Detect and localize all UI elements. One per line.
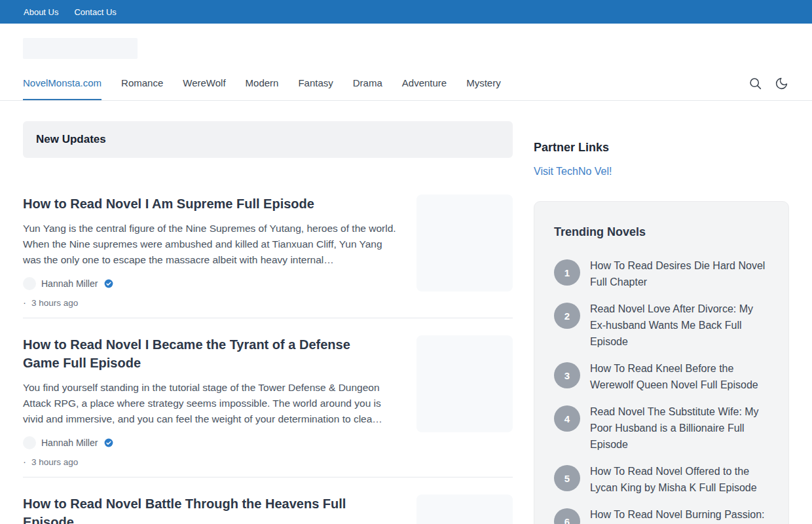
trending-item-title: Read Novel Love After Divorce: My Ex-hus… xyxy=(590,301,769,350)
trending-item[interactable]: 1 How To Read Desires Die Hard Novel Ful… xyxy=(554,257,769,290)
author-avatar xyxy=(23,436,36,449)
trending-item-title: How To Read Kneel Before the Werewolf Qu… xyxy=(590,360,769,393)
search-icon[interactable] xyxy=(747,75,763,91)
author-row: Hannah Miller xyxy=(23,277,399,290)
topbar-link-about[interactable]: About Us xyxy=(24,7,58,17)
dot-separator: · xyxy=(23,297,26,308)
nav-item-werewolf[interactable]: WereWolf xyxy=(183,67,225,100)
article-card: How to Read Novel Battle Through the Hea… xyxy=(23,477,513,524)
author-row: Hannah Miller xyxy=(23,436,399,449)
trending-item[interactable]: 4 Read Novel The Substitute Wife: My Poo… xyxy=(554,403,769,453)
section-header: New Updates xyxy=(23,121,513,158)
article-list-column: New Updates How to Read Novel I Am Supre… xyxy=(23,121,513,524)
rank-badge: 3 xyxy=(554,362,580,388)
nav-item-mystery[interactable]: Mystery xyxy=(466,67,501,100)
rank-badge: 5 xyxy=(554,465,580,491)
article-excerpt: Yun Yang is the central figure of the Ni… xyxy=(23,221,399,268)
dark-mode-moon-icon[interactable] xyxy=(773,75,789,91)
verified-check-icon xyxy=(104,279,113,288)
trending-item-title: How To Read Desires Die Hard Novel Full … xyxy=(590,257,769,290)
nav-item-fantasy[interactable]: Fantasy xyxy=(298,67,333,100)
dot-separator: · xyxy=(23,457,26,467)
article-excerpt: You find yourself standing in the tutori… xyxy=(23,380,399,427)
article-thumbnail[interactable] xyxy=(416,495,513,524)
header-icons xyxy=(747,67,789,100)
main-nav-row: NovelMonsta.com Romance WereWolf Modern … xyxy=(23,67,789,100)
article-card: How to Read Novel I Became the Tyrant of… xyxy=(23,318,513,477)
rank-badge: 4 xyxy=(554,405,580,432)
article-thumbnail[interactable] xyxy=(416,195,513,291)
trending-item[interactable]: 3 How To Read Kneel Before the Werewolf … xyxy=(554,360,769,393)
site-header: NovelMonsta.com Romance WereWolf Modern … xyxy=(0,24,812,101)
timestamp-row: · 3 hours ago xyxy=(23,297,399,308)
article-title-link[interactable]: How to Read Novel I Became the Tyrant of… xyxy=(23,335,373,372)
trending-item[interactable]: 6 How To Read Novel Burning Passion: Lov… xyxy=(554,506,769,524)
trending-item-title: How To Read Novel Offered to the Lycan K… xyxy=(590,463,769,496)
timestamp-row: · 3 hours ago xyxy=(23,457,399,467)
topbar: About Us Contact Us xyxy=(0,0,812,24)
trending-item[interactable]: 2 Read Novel Love After Divorce: My Ex-h… xyxy=(554,301,769,350)
main-content: New Updates How to Read Novel I Am Supre… xyxy=(0,101,812,524)
timestamp: 3 hours ago xyxy=(31,298,78,308)
author-name: Hannah Miller xyxy=(41,278,98,289)
trending-item-title: Read Novel The Substitute Wife: My Poor … xyxy=(590,403,769,453)
trending-item-title: How To Read Novel Burning Passion: Love … xyxy=(590,506,769,524)
article-body: How to Read Novel Battle Through the Hea… xyxy=(23,495,399,524)
nav-item-home[interactable]: NovelMonsta.com xyxy=(23,67,101,100)
article-body: How to Read Novel I Became the Tyrant of… xyxy=(23,335,399,467)
article-title-link[interactable]: How to Read Novel Battle Through the Hea… xyxy=(23,495,373,524)
article-body: How to Read Novel I Am Supreme Full Epis… xyxy=(23,195,399,308)
rank-badge: 2 xyxy=(554,303,580,329)
rank-badge: 6 xyxy=(554,508,580,524)
main-nav: NovelMonsta.com Romance WereWolf Modern … xyxy=(23,67,501,100)
article-title-link[interactable]: How to Read Novel I Am Supreme Full Epis… xyxy=(23,195,373,213)
trending-item[interactable]: 5 How To Read Novel Offered to the Lycan… xyxy=(554,463,769,496)
site-logo[interactable] xyxy=(23,38,138,59)
topbar-link-contact[interactable]: Contact Us xyxy=(74,7,116,17)
section-title: New Updates xyxy=(36,133,106,146)
nav-item-romance[interactable]: Romance xyxy=(121,67,163,100)
timestamp: 3 hours ago xyxy=(31,457,78,467)
rank-badge: 1 xyxy=(554,259,580,286)
trending-novels-card: Trending Novels 1 How To Read Desires Di… xyxy=(534,201,789,524)
partner-links-title: Partner Links xyxy=(534,141,789,155)
partner-link[interactable]: Visit TechNo Vel! xyxy=(534,166,612,178)
nav-item-drama[interactable]: Drama xyxy=(353,67,382,100)
author-avatar xyxy=(23,277,36,290)
verified-check-icon xyxy=(104,438,113,447)
sidebar: Partner Links Visit TechNo Vel! Trending… xyxy=(534,121,789,524)
nav-item-adventure[interactable]: Adventure xyxy=(402,67,447,100)
article-card: How to Read Novel I Am Supreme Full Epis… xyxy=(23,178,513,318)
nav-item-modern[interactable]: Modern xyxy=(246,67,279,100)
author-name: Hannah Miller xyxy=(41,438,98,448)
article-thumbnail[interactable] xyxy=(416,335,513,432)
trending-title: Trending Novels xyxy=(554,225,769,239)
